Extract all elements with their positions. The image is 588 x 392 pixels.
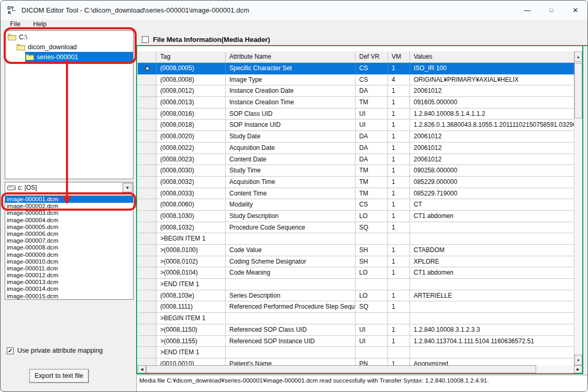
scroll-down-icon[interactable]: ▼	[574, 355, 582, 365]
scroll-up-icon[interactable]: ▲	[574, 51, 582, 62]
chevron-down-icon[interactable]: ▼	[123, 183, 132, 192]
table-row[interactable]: (0008,0018)SOP Instance UIDUI11.2.826.0.…	[138, 119, 574, 131]
table-cell	[356, 233, 388, 245]
table-horizontal-scrollbar[interactable]: ◀ ▶	[138, 365, 582, 373]
table-cell: Instance Creation Date	[226, 85, 356, 97]
table-row[interactable]: (0008,1032)Procedure Code SequenceSQ1	[138, 222, 574, 234]
checkbox-checked-icon[interactable]: ✓	[7, 347, 14, 354]
table-row[interactable]: (0008,0005)Specific Character SetCS1ISO_…	[138, 63, 574, 74]
table-cell	[388, 347, 410, 358]
table-row[interactable]: (0008,0033)Content TimeTM1085229.719000	[138, 188, 574, 200]
table-row[interactable]: (0008,0023)Content DateDA120061012	[138, 154, 574, 166]
table-row[interactable]: >END ITEM 1	[138, 279, 574, 290]
table-row[interactable]: (0008,0013)Instance Creation TimeTM10916…	[138, 97, 574, 108]
file-meta-checkbox[interactable]: File Meta Information(Media Header)	[142, 36, 270, 43]
drive-combo[interactable]: c: [OS] ▼	[5, 182, 134, 193]
table-row[interactable]: (0008,1030)Study DescriptionLO1CT1 abdom…	[138, 211, 574, 222]
table-cell: (0008,0016)	[157, 108, 226, 120]
table-row[interactable]: >END ITEM 1	[138, 347, 574, 358]
file-list-item[interactable]: image-000013.dcm	[5, 279, 133, 286]
file-list-item[interactable]: image-000015.dcm	[5, 293, 133, 300]
table-row[interactable]: (0008,0060)ModalityCS1CT	[138, 199, 574, 211]
table-row[interactable]: (0008,103e)Series DescriptionLO1ARTERIEL…	[138, 290, 574, 302]
file-list-item[interactable]: image-000002.dcm	[5, 203, 133, 210]
table-cell: CS	[356, 63, 388, 74]
maximize-button[interactable]: □	[539, 1, 563, 19]
table-cell: (0008,1111)	[157, 301, 226, 313]
tree-item[interactable]: series-000001	[5, 52, 133, 62]
column-header[interactable]: VM	[388, 51, 410, 63]
column-header[interactable]: Tag	[157, 51, 226, 63]
table-cell: SOP Instance UID	[226, 119, 356, 131]
table-cell: Code Meaning	[226, 267, 356, 279]
minimize-button[interactable]: —	[515, 1, 539, 19]
table-cell: (0008,0005)	[157, 63, 226, 74]
app-icon: DY K	[7, 5, 17, 15]
file-list-item[interactable]: image-000001.dcm	[5, 196, 133, 203]
file-list-item[interactable]: image-000012.dcm	[5, 272, 133, 279]
table-cell: 1.2.840.113704.1.111.5104.1160636572.51	[410, 336, 574, 347]
table-vertical-scrollbar[interactable]: ▲ ▼	[574, 51, 582, 365]
table-row[interactable]: (0008,0008)Image TypeCS4ORIGINAL¥PRIMARY…	[138, 74, 574, 86]
file-list-item[interactable]: image-000006.dcm	[5, 231, 133, 237]
table-row[interactable]: (0010,0010)Patient's NamePN1Anonymized	[138, 358, 574, 365]
close-button[interactable]: ✕	[563, 1, 587, 19]
table-row[interactable]: (0008,0022)Acquisition DateDA120061012	[138, 143, 574, 154]
table-row[interactable]: >(0008,1150)Referenced SOP Class UIDUI11…	[138, 324, 574, 336]
table-row[interactable]: >(0008,0104)Code MeaningLO1CT1 abdomen	[138, 267, 574, 279]
table-cell: 20061012	[410, 143, 574, 154]
table-cell: DA	[356, 143, 388, 154]
private-mapping-checkbox[interactable]: ✓ Use private attribute mapping	[7, 347, 103, 354]
table-row[interactable]: (0008,0030)Study TimeTM1090258.000000	[138, 165, 574, 177]
table-row[interactable]: >BEGIN ITEM 1	[138, 233, 574, 245]
tree-item[interactable]: dicom_download	[5, 42, 133, 52]
file-list-item[interactable]: image-000007.dcm	[5, 237, 133, 244]
table-row[interactable]: >BEGIN ITEM 1	[138, 313, 574, 324]
table-cell: Acquisition Date	[226, 143, 356, 154]
scroll-right-icon[interactable]: ▶	[574, 365, 582, 373]
row-indicator	[138, 358, 157, 365]
menu-help[interactable]: Help	[29, 19, 53, 30]
checkbox-unchecked-icon[interactable]	[142, 36, 149, 43]
menu-file[interactable]: File	[6, 19, 27, 30]
file-list-item[interactable]: image-000010.dcm	[5, 258, 133, 265]
vertical-scroll-thumb[interactable]	[574, 63, 582, 118]
table-cell: 1	[388, 131, 410, 143]
table-cell: 1	[388, 97, 410, 108]
table-cell: >BEGIN ITEM 1	[157, 313, 226, 324]
file-list-item[interactable]: image-000005.dcm	[5, 224, 133, 231]
scroll-left-icon[interactable]: ◀	[138, 365, 146, 373]
table-cell: ISO_IR 100	[410, 63, 574, 74]
table-row[interactable]: (0008,1111)Referenced Performed Procedur…	[138, 301, 574, 313]
table-row[interactable]: >(0008,0100)Code ValueSH1CTABDOM	[138, 245, 574, 256]
file-list-item[interactable]: image-000011.dcm	[5, 265, 133, 272]
table-row[interactable]: (0008,0016)SOP Class UIDUI11.2.840.10008…	[138, 108, 574, 120]
file-list-item[interactable]: image-000009.dcm	[5, 252, 133, 258]
table-cell	[410, 301, 574, 313]
table-cell: Procedure Code Sequence	[226, 222, 356, 234]
table-cell: (0008,103e)	[157, 290, 226, 302]
table-row[interactable]: >(0008,1155)Referenced SOP Instance UIDU…	[138, 336, 574, 347]
file-list-item[interactable]: image-000008.dcm	[5, 244, 133, 251]
export-button[interactable]: Export to text file	[29, 369, 88, 383]
column-header[interactable]: Values	[410, 51, 574, 63]
table-row[interactable]: (0008,0012)Instance Creation DateDA12006…	[138, 85, 574, 97]
row-indicator	[138, 211, 157, 222]
table-row[interactable]: (0008,0032)Acquisition TimeTM1085229.000…	[138, 177, 574, 188]
file-list-item[interactable]: image-000004.dcm	[5, 217, 133, 224]
column-header[interactable]: Attribute Name	[226, 51, 356, 63]
file-list-item[interactable]: image-000014.dcm	[5, 286, 133, 292]
column-header[interactable]: Def VR	[356, 51, 388, 63]
table-cell: (0008,0033)	[157, 188, 226, 200]
row-indicator	[138, 177, 157, 188]
column-header[interactable]	[138, 51, 157, 63]
table-cell: CS	[356, 199, 388, 211]
table-row[interactable]: >(0008,0102)Coding Scheme DesignatorSH1X…	[138, 256, 574, 268]
table-cell: 085229.719000	[410, 188, 574, 200]
tree-item[interactable]: C:\	[5, 32, 133, 42]
horizontal-scroll-thumb[interactable]	[146, 365, 536, 373]
file-list-item[interactable]: image-000003.dcm	[5, 210, 133, 216]
table-cell: SQ	[356, 222, 388, 234]
table-cell	[410, 233, 574, 245]
table-row[interactable]: (0008,0020)Study DateDA120061012	[138, 131, 574, 143]
